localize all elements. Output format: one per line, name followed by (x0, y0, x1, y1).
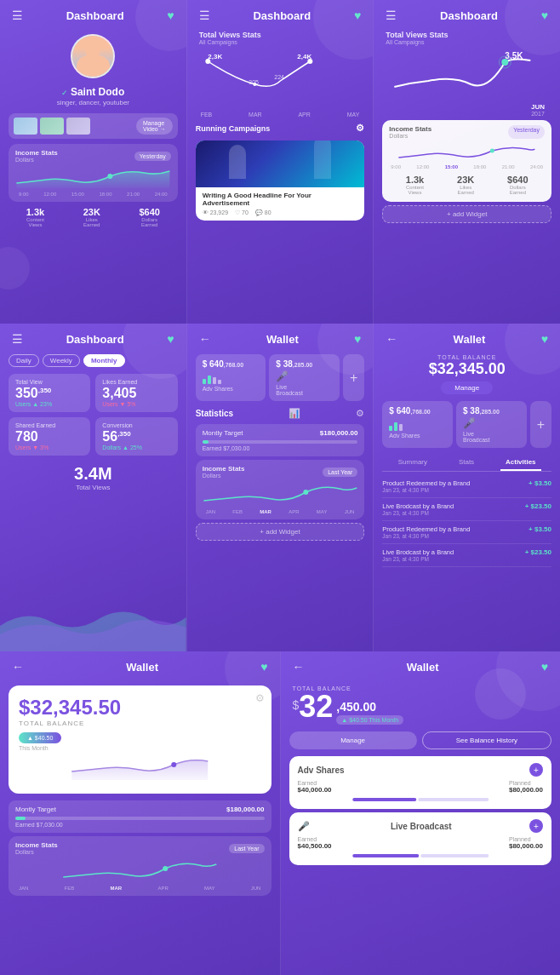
stat-likes: 23K LikesEarned (457, 175, 474, 195)
metric-conversion: Conversion 56,350 Dollars ▲ 25% (95, 417, 177, 456)
tab-stats[interactable]: Stats (454, 455, 479, 471)
back-icon[interactable]: ← (386, 332, 397, 346)
svg-rect-16 (418, 798, 489, 801)
axis-label: 12:00 (416, 164, 429, 169)
live-earned-value: $40,500.00 (298, 842, 332, 850)
this-month-badge: ▲ $40.50 This Month (336, 715, 403, 725)
x-label: MAY (204, 886, 215, 891)
settings-icon[interactable]: ⚙ (356, 408, 364, 419)
svg-point-12 (303, 490, 308, 495)
earned-value: $40,000.00 (298, 786, 332, 794)
monthly-target-header: Montly Target $180,000.00 (15, 806, 265, 813)
filter-weekly[interactable]: Weekly (43, 354, 80, 367)
wallet-amount: $ 38,285.00 (463, 406, 520, 416)
tab-summary[interactable]: Summary (393, 455, 432, 471)
manage-button[interactable]: Manage (289, 731, 417, 749)
microphone-icon: 🎤 (298, 821, 310, 832)
row-1: ☰ Dashboard ♥ ✓ Saint Dodo singer, dance… (0, 0, 560, 324)
earned-info: Earned $7,030.00 (15, 822, 265, 828)
activity-amount: + $3.50 (529, 525, 551, 539)
income-dropdown[interactable]: Yesterday (508, 125, 545, 139)
income-label: Income Stats (15, 841, 58, 849)
manage-button[interactable]: Manage (441, 381, 493, 394)
settings-icon[interactable]: ⚙ (356, 123, 364, 134)
metric-shared-earned: Shared Earned 780 Users ▼ 3% (9, 417, 90, 456)
menu-icon[interactable]: ☰ (199, 9, 210, 22)
menu-icon[interactable]: ☰ (386, 9, 397, 22)
back-icon[interactable]: ← (12, 660, 24, 674)
this-month-button[interactable]: ▲ $40.50 (19, 732, 61, 743)
menu-icon[interactable]: ☰ (12, 332, 23, 346)
axis-label: 21:00 (502, 164, 515, 169)
back-icon[interactable]: ← (199, 332, 211, 346)
live-earned-label: Earned (298, 836, 332, 842)
svg-point-0 (107, 174, 112, 179)
adv-add-button[interactable]: + (529, 763, 543, 777)
activity-date: Jan 23, at 4:30 PM (382, 533, 470, 539)
activity-info: Product Redeemed by a Brand Jan 23, at 4… (382, 525, 470, 539)
dollar-sign: $ (293, 698, 300, 712)
campaign-likes: ♡ 70 (235, 209, 249, 216)
chart-axis: JAN FEB MAR APR MAY JUN (203, 509, 358, 514)
income-dropdown[interactable]: Last Year (323, 467, 357, 477)
progress-fill (15, 817, 26, 820)
adv-card-header: Adv Shares + (298, 763, 544, 777)
x-label: JUN (345, 509, 355, 514)
add-widget-button[interactable]: + add Widget (196, 523, 365, 541)
back-icon[interactable]: ← (293, 660, 305, 674)
metric-change: Users ▼ 5% (102, 401, 170, 407)
total-views-label: Total Views (0, 484, 186, 491)
income-stats-dropdown[interactable]: Yesterday (134, 152, 171, 161)
thumb-3 (66, 118, 90, 135)
filter-monthly[interactable]: Monthly (83, 354, 125, 367)
running-campaign-card: Writing A Good Headline For Your Adverti… (196, 141, 365, 221)
metric-likes-earned: Likes Earned 3,405 Users ▼ 5% (95, 374, 177, 412)
income-dropdown[interactable]: Last Year (229, 844, 264, 853)
gear-icon[interactable]: ⚙ (255, 692, 265, 704)
stat-label: LikesEarned (83, 217, 100, 227)
decimals: ,450.00 (336, 700, 403, 714)
add-card-button[interactable]: + (530, 401, 551, 448)
wave-decoration (0, 600, 186, 651)
live-progress (298, 853, 544, 858)
x-label: JUN (251, 886, 261, 891)
income-stats-card-light: Income Stats Dollars Yesterday 9:00 12:0… (382, 120, 551, 202)
menu-icon[interactable]: ☰ (12, 9, 23, 22)
stats-section-header: Statistics 📊 ⚙ (187, 404, 374, 422)
income-stats-sub: Dollars (15, 157, 58, 163)
svg-rect-18 (420, 854, 489, 857)
axis-label: 12:00 (43, 192, 56, 197)
bar (394, 422, 397, 431)
svg-rect-15 (352, 798, 416, 801)
progress-dots (298, 797, 544, 802)
filter-daily[interactable]: Daily (9, 354, 39, 367)
svg-point-5 (205, 59, 210, 64)
activity-title: Live Brodcast by a Brand (382, 548, 454, 556)
add-widget-button[interactable]: + add Widget (382, 205, 551, 223)
tab-activities[interactable]: Activities (500, 455, 541, 471)
stat-label: ContentViews (406, 185, 424, 195)
x-label: MAY (347, 112, 360, 118)
live-card-title: Live Broadcast (391, 822, 452, 831)
see-history-button[interactable]: See Balance History (422, 731, 551, 749)
live-broadcast-card: 🎤 Live Broadcast + Earned $40,500.00 Pla… (289, 812, 552, 865)
axis-label: 18:00 (473, 164, 486, 169)
x-label: MAR (260, 509, 271, 514)
manage-video-button[interactable]: ManageVideo → (136, 118, 173, 135)
stats-row: 1.3k ContentViews 23K LikesEarned $640 D… (0, 205, 186, 234)
campaign-comments: 💬 80 (255, 209, 271, 216)
x-label: JAN (19, 886, 28, 891)
income-stats-row: 1.3k ContentViews 23K LikesEarned $640 D… (389, 171, 545, 197)
campaign-views: 👁 23,929 (203, 209, 228, 216)
chart-icon: 📊 (289, 408, 300, 419)
x-label: FEB (65, 886, 75, 891)
stat-dollars-earned: $640 DollarsEarned (139, 207, 159, 227)
live-planned-value: $80,000.00 (509, 842, 543, 850)
activity-info: Product Redeemed by a Brand Jan 23, at 4… (382, 479, 470, 493)
wallet-card-adv: $ 640,768.00 Adv Shares (196, 354, 266, 401)
x-label: FEB (201, 112, 213, 118)
this-month-sub: This Month (19, 745, 261, 751)
media-strip: ManageVideo → (9, 113, 178, 139)
live-add-button[interactable]: + (529, 819, 543, 833)
panel-wallet-stats: ← Wallet ♥ $ 640,768.00 Adv Shares $ 38,… (186, 324, 374, 651)
